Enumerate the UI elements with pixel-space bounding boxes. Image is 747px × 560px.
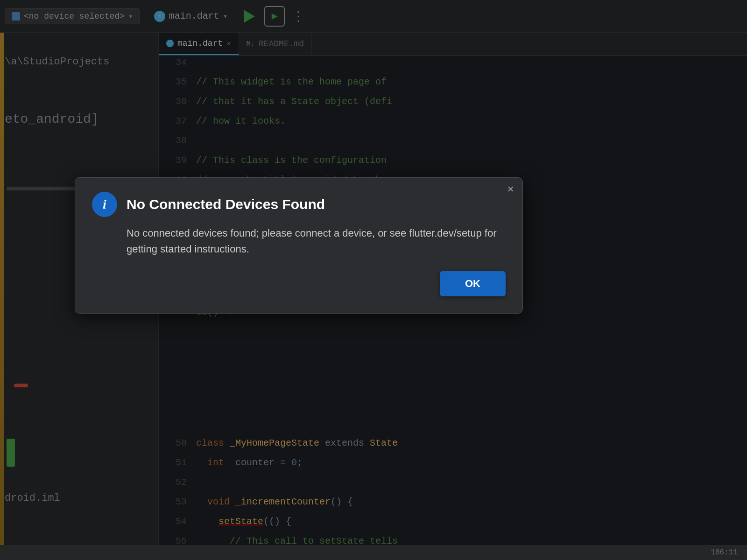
dialog-footer: OK <box>92 271 506 296</box>
dialog-close-button[interactable]: × <box>507 184 514 196</box>
dialog-body-text: No connected devices found; please conne… <box>127 225 506 257</box>
dialog-header: i No Connected Devices Found <box>92 192 506 217</box>
ok-button[interactable]: OK <box>440 271 506 296</box>
info-icon-label: i <box>103 197 106 212</box>
dialog-title: No Connected Devices Found <box>127 196 325 212</box>
no-devices-dialog: × i No Connected Devices Found No connec… <box>75 177 523 314</box>
info-icon: i <box>92 192 117 217</box>
